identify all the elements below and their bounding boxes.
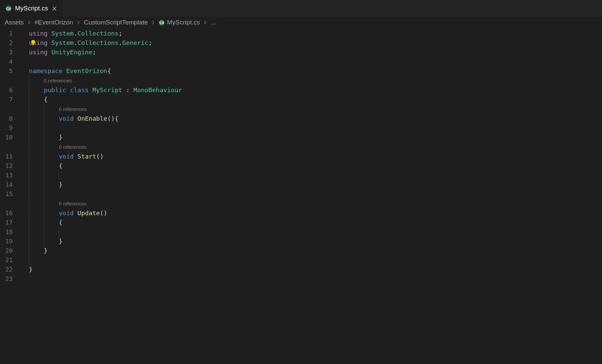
line-number: 18	[0, 227, 21, 237]
line-number: 12	[0, 161, 21, 171]
line-number: 4	[0, 57, 21, 66]
chevron-right-icon	[151, 20, 155, 24]
code-line[interactable]: 5 namespace EventOrizon{	[0, 66, 602, 76]
line-number: 17	[0, 218, 21, 227]
codelens-row[interactable]: 0 references	[0, 199, 602, 208]
code-line[interactable]: 14 }	[0, 180, 602, 189]
line-number: 8	[0, 114, 21, 123]
code-line[interactable]: 7 {	[0, 95, 602, 104]
svg-rect-4	[33, 44, 34, 45]
code-line[interactable]: 18	[0, 227, 602, 237]
codelens-references[interactable]: 0 references	[44, 78, 72, 83]
line-number: 6	[0, 85, 21, 95]
chevron-right-icon	[76, 20, 80, 24]
codelens-row[interactable]: 0 references	[0, 142, 602, 152]
breadcrumb-seg-project[interactable]: #EventOrizon	[35, 19, 73, 26]
line-number: 15	[0, 189, 21, 199]
code-line[interactable]: 21	[0, 255, 602, 265]
line-number: 13	[0, 171, 21, 180]
code-line[interactable]: 15	[0, 189, 602, 199]
code-line[interactable]: 2 using System.Collections.Generic;	[0, 38, 602, 48]
line-number: 20	[0, 246, 21, 255]
breadcrumb-seg-assets[interactable]: Assets	[5, 19, 24, 26]
svg-rect-5	[33, 45, 34, 45]
code-line[interactable]: 8 void OnEnable(){	[0, 114, 602, 123]
line-number: 14	[0, 180, 21, 189]
csharp-file-icon: C#	[5, 5, 12, 12]
code-line[interactable]: 1 using System.Collections;	[0, 29, 602, 38]
line-number: 1	[0, 29, 21, 38]
breadcrumb-seg-file[interactable]: C# MyScript.cs	[159, 19, 200, 26]
code-line[interactable]: 6 public class MyScript : MonoBehaviour	[0, 85, 602, 95]
svg-text:C#: C#	[6, 6, 11, 10]
code-line[interactable]: 9	[0, 123, 602, 133]
code-line[interactable]: 16 void Update()	[0, 208, 602, 218]
codelens-references[interactable]: 0 references	[59, 201, 86, 206]
line-number: 7	[0, 95, 21, 104]
line-number: 10	[0, 133, 21, 142]
csharp-file-icon: C#	[159, 19, 165, 26]
code-line[interactable]: 11 void Start()	[0, 152, 602, 161]
line-number: 19	[0, 237, 21, 246]
codelens-row[interactable]: 0 references	[0, 104, 602, 114]
code-line[interactable]: 20 }	[0, 246, 602, 255]
breadcrumb: Assets #EventOrizon CustomScriptTemplate…	[0, 17, 602, 28]
tab-label: MyScript.cs	[15, 5, 48, 12]
code-editor[interactable]: 1 using System.Collections; 2 using Syst…	[0, 28, 602, 284]
line-number: 3	[0, 48, 21, 57]
code-line[interactable]: 10 }	[0, 133, 602, 142]
close-icon[interactable]	[51, 5, 57, 11]
code-line[interactable]: 22 }	[0, 265, 602, 274]
chevron-right-icon	[203, 20, 207, 24]
line-number: 2	[0, 38, 21, 48]
line-number: 11	[0, 152, 21, 161]
line-number: 23	[0, 274, 21, 284]
svg-text:C#: C#	[160, 20, 164, 24]
code-line[interactable]: 12 {	[0, 161, 602, 171]
code-line[interactable]: 13	[0, 171, 602, 180]
code-line[interactable]: 4	[0, 57, 602, 66]
codelens-references[interactable]: 0 references	[59, 106, 86, 112]
chevron-right-icon	[27, 20, 31, 24]
code-line[interactable]: 3 using UnityEngine;	[0, 48, 602, 57]
tab-myscript[interactable]: C# MyScript.cs	[0, 0, 63, 17]
code-line[interactable]: 17 {	[0, 218, 602, 227]
code-line[interactable]: 23	[0, 274, 602, 284]
codelens-row[interactable]: 0 references	[0, 76, 602, 85]
line-number: 5	[0, 66, 21, 76]
codelens-references[interactable]: 0 references	[59, 144, 86, 150]
line-number: 9	[0, 123, 21, 133]
lightbulb-icon[interactable]	[30, 40, 36, 46]
breadcrumb-seg-folder[interactable]: CustomScriptTemplate	[84, 19, 148, 26]
line-number: 16	[0, 208, 21, 218]
code-line[interactable]: 19 }	[0, 237, 602, 246]
tab-bar: C# MyScript.cs	[0, 0, 602, 17]
line-number: 21	[0, 255, 21, 265]
breadcrumb-seg-more[interactable]: ...	[210, 19, 216, 26]
line-number: 22	[0, 265, 21, 274]
